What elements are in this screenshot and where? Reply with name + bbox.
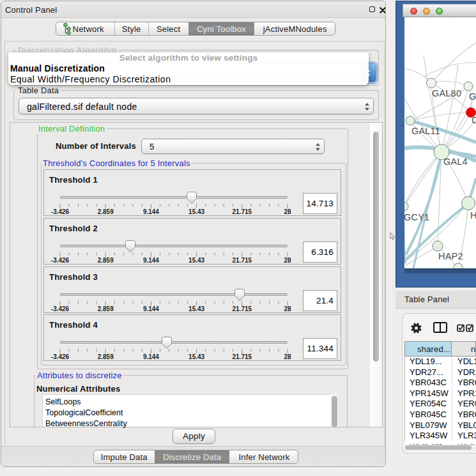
svg-text:GAL80: GAL80 xyxy=(432,88,461,98)
svg-text:GAL4: GAL4 xyxy=(443,157,468,167)
svg-text:GA: GA xyxy=(469,91,476,102)
svg-text:H: H xyxy=(470,210,476,220)
svg-text:GCY1: GCY1 xyxy=(404,212,429,222)
svg-text:C: C xyxy=(472,115,476,125)
svg-text:GAL11: GAL11 xyxy=(411,126,440,136)
svg-text:HAP2: HAP2 xyxy=(438,251,463,261)
